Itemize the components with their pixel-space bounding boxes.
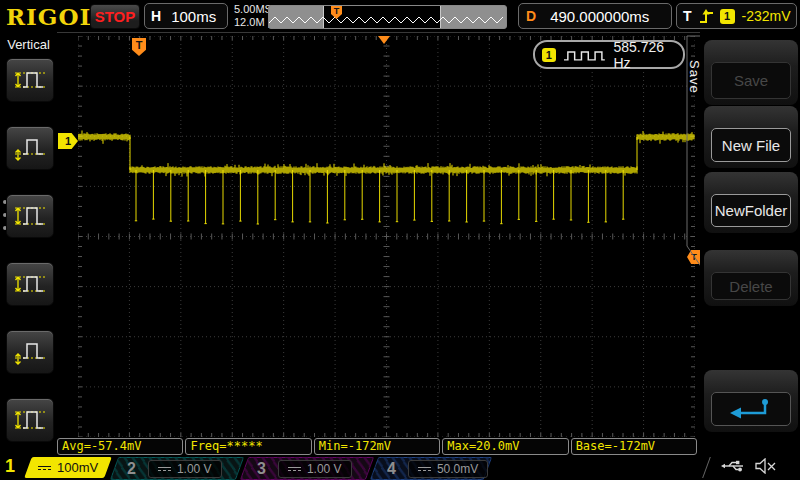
top-status-bar: RIGOL STOP H 100ms 5.00MSa/s 12.0M pts T… (0, 0, 800, 33)
new-file-button[interactable]: New File (711, 128, 791, 162)
channel2-scale: 1.00 V (177, 462, 212, 476)
h-label: H (151, 8, 161, 24)
return-arrow-icon (727, 397, 775, 421)
trigger-source-badge: 1 (720, 9, 735, 24)
vamp-icon (13, 407, 47, 433)
channel4-scale: 50.0mV (437, 462, 478, 476)
overview-waveform (269, 6, 504, 28)
measure-base: Base=-172mV (571, 438, 697, 455)
return-button[interactable] (711, 392, 791, 426)
dc-coupling-icon (418, 467, 431, 471)
vpp-button[interactable] (6, 194, 54, 238)
vmin-button[interactable] (6, 126, 54, 170)
d-label: D (526, 8, 536, 24)
menu-slot: Save (704, 40, 798, 105)
channel2-number: 2 (127, 460, 136, 478)
save-button[interactable]: Save (711, 62, 791, 99)
vbase-icon (13, 339, 47, 365)
measure-menu-title: Vertical (0, 37, 57, 52)
vmax-button[interactable] (6, 58, 54, 102)
measurement-bar: Avg=-57.4mV Freq=***** Min=-172mV Max=20… (57, 438, 697, 455)
vmax-icon (13, 67, 47, 93)
channel3-scale-tab[interactable]: 3 1.00 V (240, 457, 374, 480)
bottombar-divider (702, 457, 711, 478)
delay-value: 490.000000ms (550, 8, 649, 25)
channel1-scale-tab[interactable]: 100mV (24, 457, 112, 478)
rising-edge-icon (699, 8, 714, 25)
graticule (78, 36, 695, 437)
measure-min: Min=-172mV (314, 438, 440, 455)
delay-box: D 490.000000ms (518, 3, 672, 29)
channel1-scale: 100mV (57, 460, 98, 475)
trigger-position-icon[interactable] (378, 36, 390, 44)
oscilloscope-screen: RIGOL STOP H 100ms 5.00MSa/s 12.0M pts T… (0, 0, 800, 480)
t-label: T (683, 8, 692, 24)
menu-slot: New File (704, 106, 798, 168)
menu-slot: NewFolder (704, 172, 798, 233)
speaker-muted-icon (754, 458, 778, 474)
soft-menu: Save New File NewFolder Delete (700, 32, 800, 456)
menu-slot: Delete (704, 250, 798, 306)
dc-coupling-icon (38, 466, 51, 470)
trigger-box: T 1 -232mV (676, 3, 797, 29)
delete-button[interactable]: Delete (711, 272, 791, 300)
channel1-offset-marker[interactable]: 1 (58, 133, 78, 149)
vtop-icon (13, 271, 47, 297)
measure-max: Max=20.0mV (442, 438, 568, 455)
trigger-level-value: -232mV (742, 8, 791, 24)
channel3-scale: 1.00 V (307, 462, 342, 476)
vmin-icon (13, 135, 47, 161)
horizontal-timebase-box: H 100ms (144, 3, 228, 29)
waveform-overview-strip: T (268, 5, 507, 29)
channel-status-bar: 1 100mV 2 1.00 V 3 1.00 V (0, 456, 800, 480)
channel4-scale-tab[interactable]: 4 50.0mV (370, 457, 492, 480)
vbase-button[interactable] (6, 330, 54, 374)
dc-coupling-icon (158, 467, 171, 471)
vamp-button[interactable] (6, 398, 54, 442)
new-folder-button[interactable]: NewFolder (711, 194, 791, 227)
measure-avg: Avg=-57.4mV (57, 438, 183, 455)
channel3-number: 3 (257, 460, 266, 478)
square-wave-icon (563, 48, 606, 62)
channel4-number: 4 (387, 460, 396, 478)
frequency-value: 585.726 Hz (613, 39, 683, 71)
timebase-value: 100ms (171, 8, 216, 25)
vtop-button[interactable] (6, 262, 54, 306)
frequency-counter-badge: 1 585.726 Hz (533, 40, 685, 69)
menu-slot (704, 370, 798, 432)
channel1-number[interactable]: 1 (5, 456, 15, 477)
usb-icon (720, 458, 746, 474)
freq-source-badge: 1 (542, 48, 556, 62)
measure-freq: Freq=***** (185, 438, 311, 455)
vpp-icon (13, 203, 47, 229)
run-state-badge: STOP (90, 4, 140, 29)
dc-coupling-icon (288, 467, 301, 471)
channel2-scale-tab[interactable]: 2 1.00 V (110, 457, 244, 480)
measure-menu: Vertical Vmax Vmin Vpp (0, 32, 57, 456)
rigol-logo: RIGOL (6, 3, 97, 30)
